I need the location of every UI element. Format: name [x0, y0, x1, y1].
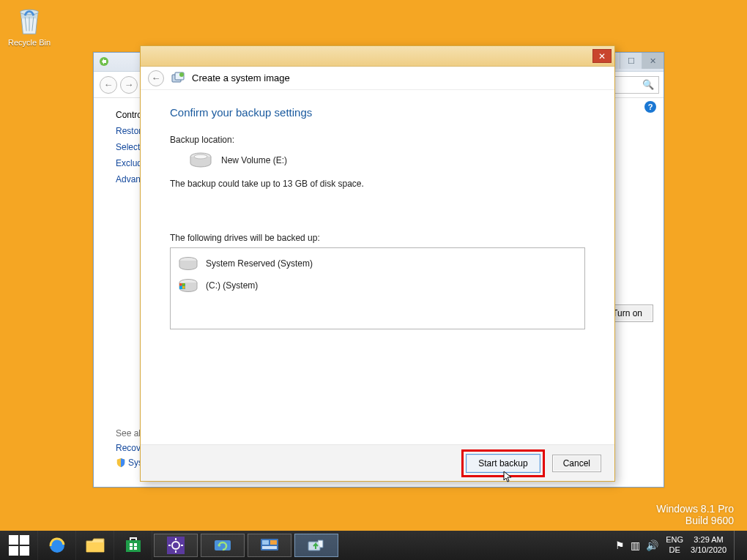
taskbar-system-image[interactable] — [294, 534, 338, 557]
gear-icon — [167, 537, 185, 554]
ie-icon — [48, 536, 67, 555]
svg-point-6 — [194, 154, 207, 159]
svg-rect-16 — [126, 540, 141, 552]
windows-logo-icon — [9, 535, 29, 556]
size-note: The backup could take up to 13 GB of dis… — [170, 179, 585, 189]
recycle-bin-icon — [12, 4, 46, 38]
volume-icon[interactable]: 🔊 — [646, 540, 658, 551]
flag-icon[interactable]: ⚑ — [615, 540, 625, 551]
backup-icon — [307, 537, 326, 553]
start-backup-highlight: Start backup — [461, 449, 544, 477]
taskbar-controlpanel[interactable] — [248, 534, 291, 557]
svg-rect-12 — [179, 286, 182, 289]
clock[interactable]: 3:29 AM 3/10/2020 — [691, 535, 726, 556]
start-backup-button[interactable]: Start backup — [466, 454, 540, 473]
drive-windows-icon — [178, 277, 198, 294]
taskbar-settings[interactable] — [154, 534, 198, 557]
back-button[interactable]: ← — [148, 70, 164, 86]
help-icon[interactable]: ? — [644, 101, 656, 113]
dlg-header: ← Create a system image — [141, 67, 614, 90]
drives-label: The following drives will be backed up: — [170, 233, 585, 243]
bg-maximize-button[interactable]: ☐ — [620, 53, 642, 69]
folder-icon — [86, 537, 105, 553]
hdd-icon — [189, 152, 212, 168]
backup-location-label: Backup location: — [170, 135, 585, 145]
cursor-icon — [503, 471, 513, 484]
search-icon: 🔍 — [642, 79, 654, 90]
dlg-footer: Start backup Cancel — [141, 444, 614, 481]
taskbar-explorer[interactable] — [76, 531, 114, 560]
taskbar-store[interactable] — [114, 531, 152, 560]
drive-system-reserved[interactable]: System Reserved (System) — [176, 253, 579, 275]
bg-back-button[interactable]: ← — [100, 76, 117, 94]
recycle-bin[interactable]: Recycle Bin — [7, 4, 51, 47]
drive-icon — [178, 255, 198, 272]
dlg-heading: Confirm your backup settings — [170, 106, 585, 119]
svg-rect-11 — [182, 283, 185, 286]
start-button[interactable] — [0, 531, 38, 560]
taskbar: ⚑ ▥ 🔊 ENG DE 3:29 AM 3/10/2020 — [0, 531, 747, 560]
date: 3/10/2020 — [691, 545, 726, 556]
svg-rect-10 — [179, 283, 182, 286]
time: 3:29 AM — [691, 535, 726, 545]
svg-rect-31 — [262, 546, 277, 549]
cancel-button[interactable]: Cancel — [552, 455, 601, 472]
bg-close-button[interactable]: ✕ — [642, 53, 664, 69]
taskbar-filehistory[interactable] — [201, 534, 245, 557]
drive-label: System Reserved (System) — [206, 258, 313, 269]
dlg-titlebar[interactable]: ✕ — [141, 46, 614, 67]
svg-rect-15 — [86, 542, 104, 552]
language-switcher[interactable]: ENG DE — [666, 535, 683, 556]
watermark-line2: Build 9600 — [656, 515, 734, 526]
recycle-bin-label: Recycle Bin — [7, 38, 51, 47]
svg-rect-17 — [130, 543, 133, 546]
bg-app-icon — [98, 56, 110, 67]
history-icon — [213, 537, 232, 553]
drive-c[interactable]: (C:) (System) — [176, 275, 579, 296]
show-desktop-button[interactable] — [734, 531, 740, 560]
watermark-line1: Windows 8.1 Pro — [656, 503, 734, 515]
dlg-title: Create a system image — [192, 72, 290, 83]
svg-rect-18 — [134, 543, 137, 546]
bg-forward-button[interactable]: → — [120, 76, 138, 94]
create-system-image-dialog: ✕ ← Create a system image Confirm your b… — [140, 45, 615, 482]
control-panel-icon — [260, 537, 279, 553]
svg-rect-20 — [134, 547, 137, 550]
svg-rect-13 — [182, 286, 185, 289]
taskbar-ie[interactable] — [38, 531, 76, 560]
shield-icon — [116, 458, 126, 468]
svg-rect-30 — [270, 540, 277, 545]
drives-list: System Reserved (System) (C:) (System) — [170, 247, 585, 329]
watermark: Windows 8.1 Pro Build 9600 — [656, 503, 734, 526]
svg-point-4 — [179, 72, 184, 77]
system-tray: ⚑ ▥ 🔊 ENG DE 3:29 AM 3/10/2020 — [615, 531, 747, 560]
close-button[interactable]: ✕ — [592, 49, 612, 63]
svg-rect-29 — [262, 540, 269, 545]
svg-rect-19 — [130, 547, 133, 550]
drive-label: (C:) (System) — [206, 280, 258, 291]
network-icon[interactable]: ▥ — [631, 540, 640, 551]
store-icon — [124, 536, 143, 555]
backup-location-row: New Volume (E:) — [189, 152, 585, 168]
backup-location-value: New Volume (E:) — [221, 155, 287, 165]
system-image-icon — [171, 72, 185, 85]
